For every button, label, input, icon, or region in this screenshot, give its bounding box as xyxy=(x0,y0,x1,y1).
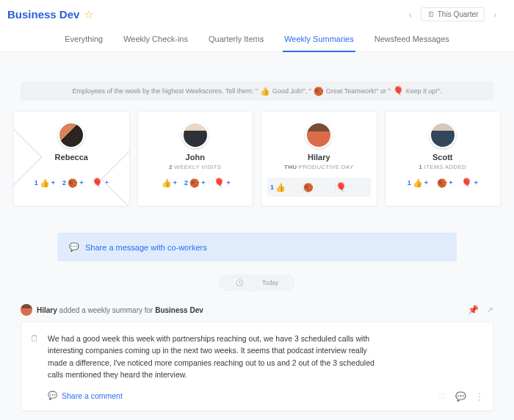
chevron-right-icon[interactable]: › xyxy=(491,9,499,21)
clock-icon: 🕓 xyxy=(228,277,252,289)
employee-card: Hilary THU PRODUCTIVE DAY 1👍 🏀 🎈 xyxy=(261,111,377,206)
employee-subtitle: 1 ITEMS ADDED xyxy=(391,164,495,170)
summary-body: We had a good week this week with partne… xyxy=(48,333,386,380)
share-placeholder: Share a message with co-workers xyxy=(85,243,207,252)
balloon-icon: 🎈 xyxy=(461,178,472,188)
star-icon[interactable]: ☆ xyxy=(84,8,93,21)
balloon-icon: 🎈 xyxy=(92,178,103,188)
chevron-left-icon[interactable]: ‹ xyxy=(406,9,415,21)
employee-name: John xyxy=(144,153,247,162)
employee-name: Scott xyxy=(391,153,495,162)
balloon-icon: 🎈 xyxy=(214,178,225,188)
reaction-thumbs-up[interactable]: 1👍+ xyxy=(35,179,55,187)
period-picker: ‹ 🗓 This Quarter › xyxy=(406,7,499,21)
employee-card: John 2 WEEKLY VISITS 👍+ 2🏀+ 🎈+ xyxy=(137,111,254,206)
avatar[interactable] xyxy=(305,122,332,148)
summary-card: 🗒 We had a good week this week with part… xyxy=(21,322,493,411)
document-icon: 🗒 xyxy=(30,333,39,344)
feed-byline: Hilary added a weekly summary for Busine… xyxy=(37,306,203,314)
basketball-icon: 🏀 xyxy=(437,179,447,187)
avatar[interactable] xyxy=(430,122,456,148)
period-select[interactable]: 🗓 This Quarter xyxy=(421,7,485,21)
employee-subtitle xyxy=(20,164,123,170)
reaction-keepitup[interactable]: 🎈 xyxy=(336,181,368,194)
share-message-input[interactable]: 💬 Share a message with co-workers xyxy=(57,233,457,261)
reaction-teamwork[interactable]: 🏀+ xyxy=(435,179,452,187)
reaction-thumbs-up[interactable]: 1👍 xyxy=(270,182,303,193)
more-icon[interactable]: ⋮ xyxy=(475,391,484,402)
avatar[interactable] xyxy=(21,304,32,316)
basketball-icon: 🏀 xyxy=(189,179,200,187)
basketball-icon: 🏀 xyxy=(314,87,324,95)
period-label-text: This Quarter xyxy=(438,10,479,18)
reaction-bar: 1👍+ 2🏀+ 🎈+ xyxy=(20,178,123,188)
reaction-bar: 1👍 🏀 🎈 xyxy=(267,178,371,197)
tab-weekly-checkins[interactable]: Weekly Check-ins xyxy=(122,29,189,51)
reaction-keepitup[interactable]: 🎈+ xyxy=(460,178,477,188)
share-comment-button[interactable]: 💬 Share a comment xyxy=(48,391,481,400)
like-icon[interactable]: ♡ xyxy=(438,391,446,402)
reaction-teamwork[interactable]: 🏀 xyxy=(303,182,336,193)
balloon-icon: 🎈 xyxy=(336,182,347,192)
reaction-keepitup[interactable]: 🎈+ xyxy=(90,178,108,188)
thumbs-up-icon: 👍 xyxy=(40,179,50,187)
employee-name: Rebecca xyxy=(20,153,123,162)
comment-icon: 💬 xyxy=(48,391,57,400)
tab-newsfeed-messages[interactable]: Newsfeed Messages xyxy=(373,29,451,51)
today-separator: 🕓 Today xyxy=(220,275,295,291)
chat-icon: 💬 xyxy=(69,242,79,252)
thumbs-up-icon: 👍 xyxy=(275,184,286,192)
comment-icon[interactable]: 💬 xyxy=(455,391,466,402)
page-title: Business Dev xyxy=(7,8,79,21)
pin-icon[interactable]: 📌 xyxy=(468,305,479,315)
tab-quarterly-items[interactable]: Quarterly Items xyxy=(207,29,265,51)
tab-everything[interactable]: Everything xyxy=(63,29,104,51)
avatar[interactable] xyxy=(182,122,209,148)
thumbs-up-icon: 👍 xyxy=(260,87,270,95)
reaction-keepitup[interactable]: 🎈+ xyxy=(212,178,230,188)
employee-card: Rebecca 1👍+ 2🏀+ 🎈+ xyxy=(13,111,130,206)
tabs: Everything Weekly Check-ins Quarterly It… xyxy=(0,29,514,52)
employee-name: Hilary xyxy=(267,153,371,162)
reaction-teamwork[interactable]: 2🏀+ xyxy=(62,179,83,187)
reaction-bar: 1👍+ 🏀+ 🎈+ xyxy=(391,178,495,188)
balloon-icon: 🎈 xyxy=(393,86,404,96)
tab-weekly-summaries[interactable]: Weekly Summaries xyxy=(283,29,355,52)
employee-subtitle: THU PRODUCTIVE DAY xyxy=(267,164,371,170)
reaction-teamwork[interactable]: 2🏀+ xyxy=(184,179,205,187)
basketball-icon: 🏀 xyxy=(303,184,314,192)
reaction-bar: 👍+ 2🏀+ 🎈+ xyxy=(144,178,247,188)
thumbs-up-icon: 👍 xyxy=(413,179,423,187)
hint-bar: Employees of the week by the highest Wee… xyxy=(21,82,493,101)
employee-subtitle: 2 WEEKLY VISITS xyxy=(144,164,247,170)
reaction-thumbs-up[interactable]: 1👍+ xyxy=(408,179,428,187)
basketball-icon: 🏀 xyxy=(68,179,78,187)
external-link-icon[interactable]: ↗ xyxy=(486,305,493,315)
reaction-thumbs-up[interactable]: 👍+ xyxy=(160,179,177,187)
calendar-icon: 🗓 xyxy=(427,10,435,18)
avatar[interactable] xyxy=(58,122,84,148)
thumbs-up-icon: 👍 xyxy=(162,179,172,187)
employee-card: Scott 1 ITEMS ADDED 1👍+ 🏀+ 🎈+ xyxy=(385,111,502,206)
